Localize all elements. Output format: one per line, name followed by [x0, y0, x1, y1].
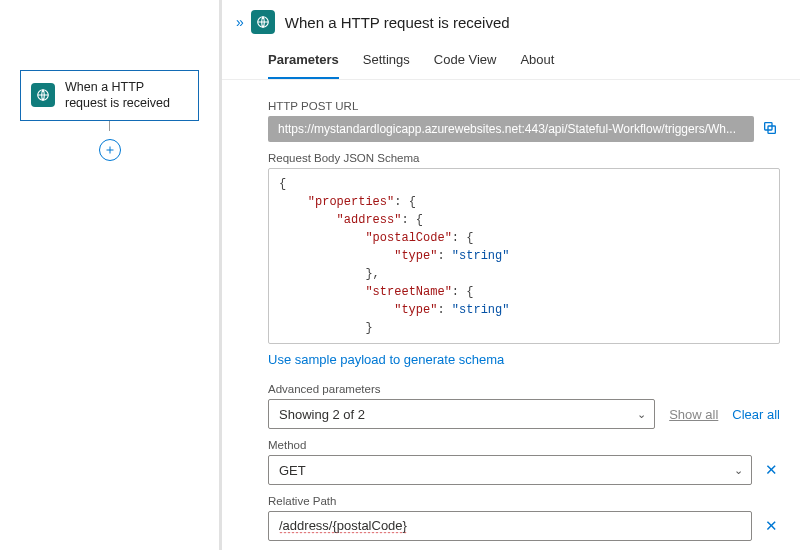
details-panel: » When a HTTP request is received Parame…	[222, 0, 800, 550]
method-label: Method	[268, 439, 780, 451]
advanced-params-value: Showing 2 of 2	[279, 407, 365, 422]
canvas-pane: When a HTTP request is received	[0, 0, 222, 550]
http-post-url-label: HTTP POST URL	[268, 100, 780, 112]
http-post-url-value: https://mystandardlogicapp.azurewebsites…	[268, 116, 754, 142]
tab-about[interactable]: About	[520, 44, 554, 79]
collapse-panel-button[interactable]: »	[236, 14, 241, 30]
panel-tabs: Parameters Settings Code View About	[222, 40, 800, 80]
schema-label: Request Body JSON Schema	[268, 152, 780, 164]
relative-path-input[interactable]: /address/{postalCode}	[279, 518, 407, 534]
advanced-params-select[interactable]: Showing 2 of 2 ⌄	[268, 399, 655, 429]
method-select[interactable]: GET ⌄	[268, 455, 752, 485]
chevron-down-icon: ⌄	[637, 408, 646, 421]
remove-relative-path-button[interactable]: ✕	[762, 517, 780, 535]
http-request-icon	[31, 83, 55, 107]
http-request-icon	[251, 10, 275, 34]
show-all-link[interactable]: Show all	[669, 407, 718, 422]
panel-body: HTTP POST URL https://mystandardlogicapp…	[222, 80, 800, 550]
tab-settings[interactable]: Settings	[363, 44, 410, 79]
panel-title: When a HTTP request is received	[285, 14, 510, 31]
clear-all-link[interactable]: Clear all	[732, 407, 780, 422]
sample-payload-link[interactable]: Use sample payload to generate schema	[268, 352, 504, 367]
connector-line	[109, 121, 110, 131]
panel-header: » When a HTTP request is received	[222, 0, 800, 40]
tab-parameters[interactable]: Parameters	[268, 44, 339, 79]
chevron-down-icon: ⌄	[734, 464, 743, 477]
method-value: GET	[279, 463, 306, 478]
copy-url-button[interactable]	[762, 120, 780, 138]
trigger-node[interactable]: When a HTTP request is received	[20, 70, 199, 121]
add-step-button[interactable]	[99, 139, 121, 161]
trigger-node-label: When a HTTP request is received	[65, 79, 188, 112]
schema-editor[interactable]: { "properties": { "address": { "postalCo…	[268, 168, 780, 344]
advanced-params-label: Advanced parameters	[268, 383, 780, 395]
relative-path-label: Relative Path	[268, 495, 780, 507]
relative-path-input-wrapper: /address/{postalCode}	[268, 511, 752, 541]
tab-code-view[interactable]: Code View	[434, 44, 497, 79]
remove-method-button[interactable]: ✕	[762, 461, 780, 479]
